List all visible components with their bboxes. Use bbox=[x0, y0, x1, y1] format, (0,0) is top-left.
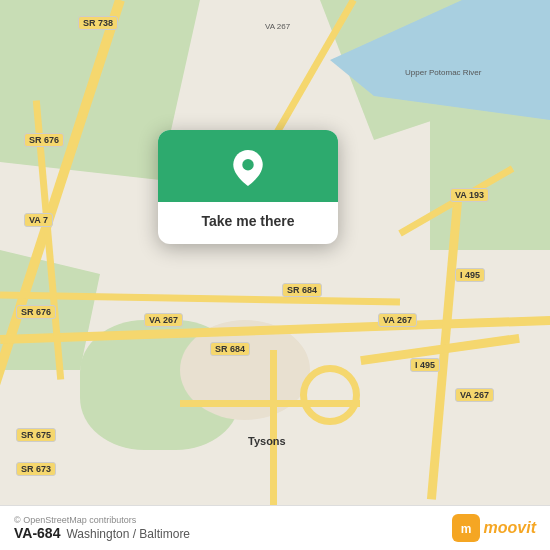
road-badge-va7: VA 7 bbox=[24, 213, 53, 227]
svg-text:m: m bbox=[460, 522, 471, 536]
popup-card: Take me there bbox=[158, 130, 338, 244]
road-badge-sr684-2: SR 684 bbox=[210, 342, 250, 356]
green-area bbox=[430, 100, 550, 250]
road-badge-va267-1: VA 267 bbox=[144, 313, 183, 327]
interchange bbox=[300, 365, 360, 425]
location-title: VA-684 bbox=[14, 525, 60, 541]
road-badge-sr673: SR 673 bbox=[16, 462, 56, 476]
road-badge-sr684-1: SR 684 bbox=[282, 283, 322, 297]
canal-label: VA 267 bbox=[265, 22, 290, 31]
popup-pin bbox=[230, 150, 266, 186]
moovit-logo: m moovit bbox=[452, 514, 536, 542]
popup-card-header bbox=[158, 130, 338, 202]
moovit-icon: m bbox=[452, 514, 480, 542]
tysons-label: Tysons bbox=[248, 435, 286, 447]
take-me-there-button[interactable]: Take me there bbox=[201, 213, 294, 229]
moovit-text: moovit bbox=[484, 519, 536, 537]
road-badge-va267-3: VA 267 bbox=[455, 388, 494, 402]
road-badge-i495-1: I 495 bbox=[455, 268, 485, 282]
road-badge-sr675: SR 675 bbox=[16, 428, 56, 442]
road-badge-sr676-mid: SR 676 bbox=[16, 305, 56, 319]
attribution-text: © OpenStreetMap contributors bbox=[14, 515, 190, 525]
popup-card-body: Take me there bbox=[158, 202, 338, 244]
road-badge-va193: VA 193 bbox=[450, 188, 489, 202]
location-subtitle: Washington / Baltimore bbox=[66, 527, 190, 541]
road-badge-sr676-top: SR 676 bbox=[24, 133, 64, 147]
road-badge-sr738: SR 738 bbox=[78, 16, 118, 30]
map-container: VA 267 Upper Potomac River SR 738 SR 676… bbox=[0, 0, 550, 550]
road-badge-i495-2: I 495 bbox=[410, 358, 440, 372]
road-badge-va267-2: VA 267 bbox=[378, 313, 417, 327]
bottom-bar-left: © OpenStreetMap contributors VA-684 Wash… bbox=[14, 515, 190, 541]
svg-point-0 bbox=[242, 159, 253, 170]
bottom-bar: © OpenStreetMap contributors VA-684 Wash… bbox=[0, 505, 550, 550]
river-label: Upper Potomac River bbox=[405, 68, 481, 77]
